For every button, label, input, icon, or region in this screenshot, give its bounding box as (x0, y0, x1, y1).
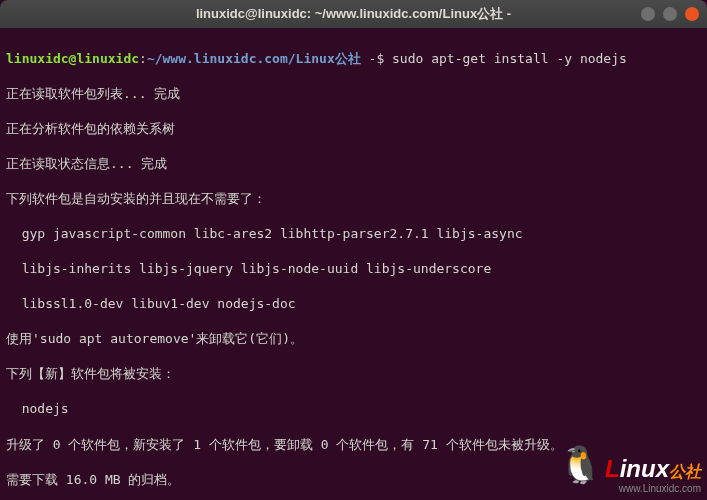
prompt-user: linuxidc@linuxidc (6, 51, 139, 66)
watermark-brand-row: 🐧 Linux公社 (558, 447, 701, 483)
prompt-sep: : (139, 51, 147, 66)
watermark-url: www.Linuxidc.com (619, 483, 701, 494)
output-line: 正在读取软件包列表... 完成 (6, 85, 701, 103)
output-line: 使用'sudo apt autoremove'来卸载它(它们)。 (6, 330, 701, 348)
terminal-output[interactable]: linuxidc@linuxidc:~/www.linuxidc.com/Lin… (0, 28, 707, 500)
window-title: linuxidc@linuxidc: ~/www.linuxidc.com/Li… (196, 5, 511, 23)
output-line: 正在分析软件包的依赖关系树 (6, 120, 701, 138)
minimize-icon[interactable] (641, 7, 655, 21)
watermark-brand: Linux公社 (605, 455, 701, 483)
prompt-line: linuxidc@linuxidc:~/www.linuxidc.com/Lin… (6, 50, 701, 68)
window-titlebar: linuxidc@linuxidc: ~/www.linuxidc.com/Li… (0, 0, 707, 28)
output-line: libssl1.0-dev libuv1-dev nodejs-doc (6, 295, 701, 313)
output-line: 下列软件包是自动安装的并且现在不需要了： (6, 190, 701, 208)
output-line: gyp javascript-common libc-ares2 libhttp… (6, 225, 701, 243)
window-controls (641, 7, 699, 21)
watermark-logo: 🐧 Linux公社 www.Linuxidc.com (558, 447, 701, 494)
output-line: 正在读取状态信息... 完成 (6, 155, 701, 173)
close-icon[interactable] (685, 7, 699, 21)
prompt-path: /www.linuxidc.com/Linux公社 (155, 51, 361, 66)
command-text: sudo apt-get install -y nodejs (392, 51, 627, 66)
output-line: nodejs (6, 400, 701, 418)
maximize-icon[interactable] (663, 7, 677, 21)
output-line: libjs-inherits libjs-jquery libjs-node-u… (6, 260, 701, 278)
prompt-marker: -$ (361, 51, 392, 66)
output-line: 下列【新】软件包将被安装： (6, 365, 701, 383)
penguin-icon: 🐧 (558, 447, 603, 483)
prompt-tilde: ~ (147, 51, 155, 66)
